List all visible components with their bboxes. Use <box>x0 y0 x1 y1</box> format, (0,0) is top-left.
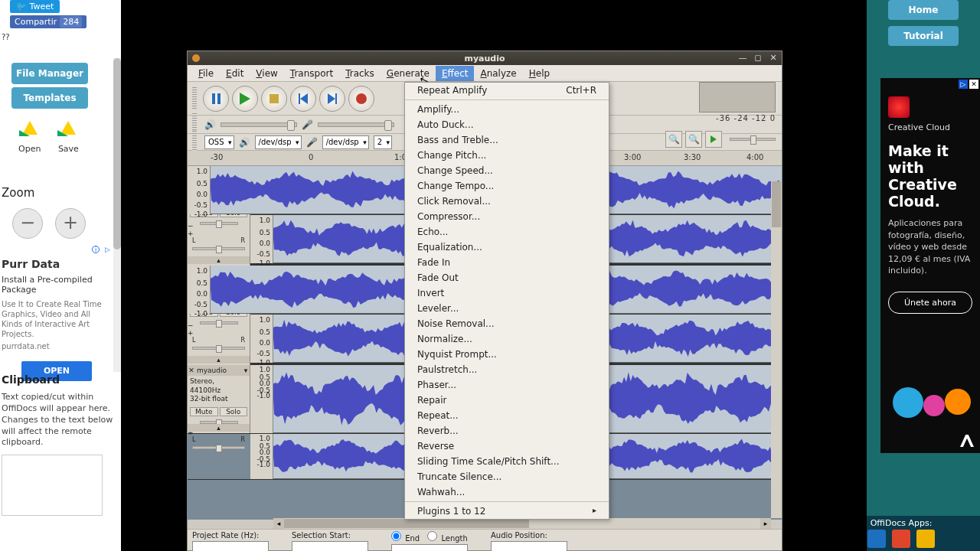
record-button[interactable] <box>348 86 374 112</box>
level-meter[interactable] <box>699 82 776 112</box>
audio-position-field[interactable] <box>491 541 567 551</box>
menu-item-change-speed[interactable]: Change Speed... <box>405 163 609 178</box>
stop-button[interactable] <box>261 86 287 112</box>
mute-button[interactable]: Mute <box>190 407 218 416</box>
vertical-scrollbar[interactable] <box>771 181 782 518</box>
collapse-icon[interactable]: ▴ <box>188 424 250 432</box>
menu-item-change-tempo[interactable]: Change Tempo... <box>405 178 609 194</box>
window-maximize-icon[interactable]: ◻ <box>753 53 763 62</box>
menu-item-nyquist-prompt[interactable]: Nyquist Prompt... <box>405 347 609 362</box>
menu-item-invert[interactable]: Invert <box>405 285 609 301</box>
tweet-button[interactable]: 🐦 Tweet <box>10 0 60 13</box>
menu-item-auto-duck[interactable]: Auto Duck... <box>405 117 609 132</box>
toolbar-grip[interactable] <box>192 87 197 110</box>
open-button[interactable]: Open <box>18 121 41 154</box>
tutorial-button[interactable]: Tutorial <box>888 26 959 46</box>
ad-close-icon[interactable]: ▷ <box>105 246 110 253</box>
app-icon[interactable] <box>916 530 935 548</box>
scrollbar-thumb[interactable] <box>113 58 121 249</box>
menu-help[interactable]: Help <box>523 66 556 81</box>
templates-button[interactable]: Templates <box>11 87 88 109</box>
menu-item-compressor[interactable]: Compressor... <box>405 209 609 224</box>
play-tool-icon[interactable] <box>705 131 722 148</box>
menu-item-normalize[interactable]: Normalize... <box>405 331 609 347</box>
menu-item-phaser[interactable]: Phaser... <box>405 377 609 393</box>
menu-item-paulstretch[interactable]: Paulstretch... <box>405 362 609 377</box>
horizontal-scrollbar[interactable]: ◂ ▸ <box>273 518 771 529</box>
save-button[interactable]: Save <box>57 121 79 154</box>
app-icon[interactable] <box>892 530 910 548</box>
pause-button[interactable] <box>203 86 229 112</box>
ad-close-icon[interactable]: ✕ <box>969 80 978 89</box>
menu-item-wahwah[interactable]: Wahwah... <box>405 484 609 500</box>
menu-item-bass-and-treble[interactable]: Bass and Treble... <box>405 132 609 148</box>
channels-combo[interactable]: 2 <box>374 135 392 149</box>
zoom-in-button[interactable]: + <box>55 208 86 239</box>
menu-item-noise-removal[interactable]: Noise Removal... <box>405 316 609 331</box>
input-device-combo[interactable]: /dev/dsp <box>322 135 369 149</box>
menu-item-reverb[interactable]: Reverb... <box>405 423 609 439</box>
track-name[interactable]: myaudio <box>195 367 242 374</box>
menu-edit[interactable]: Edit <box>220 66 250 81</box>
output-device-combo[interactable]: /dev/dsp <box>255 135 302 149</box>
menu-view[interactable]: View <box>250 66 283 81</box>
menu-item-sliding-time-scale-pitch-shift[interactable]: Sliding Time Scale/Pitch Shift... <box>405 454 609 469</box>
menu-item-fade-in[interactable]: Fade In <box>405 255 609 270</box>
toolbar-grip[interactable] <box>192 131 197 154</box>
menu-item-truncate-silence[interactable]: Truncate Silence... <box>405 469 609 484</box>
scroll-left-icon[interactable]: ◂ <box>273 518 284 529</box>
sidebar-ad[interactable]: i ▷ Purr Data Install a Pre-compiled Pac… <box>0 244 113 384</box>
menu-item-leveler[interactable]: Leveler... <box>405 301 609 316</box>
menu-effect[interactable]: Effect <box>436 66 475 81</box>
creative-cloud-ad[interactable]: ▷ ✕ Creative Cloud Make it with Creative… <box>880 78 980 453</box>
solo-button[interactable]: Solo <box>220 407 248 416</box>
menu-file[interactable]: File <box>192 66 220 81</box>
menu-item-change-pitch[interactable]: Change Pitch... <box>405 148 609 163</box>
window-titlebar[interactable]: myaudio — ◻ ✕ <box>188 51 782 65</box>
end-radio[interactable]: End <box>391 531 420 543</box>
menu-tracks[interactable]: Tracks <box>339 66 381 81</box>
menu-item-repair[interactable]: Repair <box>405 393 609 408</box>
clipboard-textarea[interactable] <box>2 455 103 516</box>
window-close-icon[interactable]: ✕ <box>768 53 779 62</box>
zoom-out-tool-icon[interactable]: 🔍 <box>685 131 702 148</box>
zoom-out-button[interactable]: − <box>12 208 43 239</box>
scrollbar-thumb[interactable] <box>772 181 781 227</box>
selection-end-field[interactable] <box>391 544 468 551</box>
menu-plugins[interactable]: Plugins 1 to 12 <box>405 504 609 519</box>
scroll-right-icon[interactable]: ▸ <box>760 518 771 529</box>
share-button[interactable]: Compartir284 <box>10 15 87 28</box>
scrollbar-thumb[interactable] <box>284 519 529 528</box>
ad-info-icon[interactable]: i <box>92 246 100 253</box>
selection-start-field[interactable] <box>292 541 368 551</box>
skip-end-button[interactable] <box>319 86 345 112</box>
pan-slider[interactable] <box>192 446 245 449</box>
track-menu-icon[interactable]: ▾ <box>242 367 250 374</box>
menu-transport[interactable]: Transport <box>284 66 339 81</box>
play-button[interactable] <box>232 86 258 112</box>
host-combo[interactable]: OSS <box>204 135 234 149</box>
window-minimize-icon[interactable]: — <box>737 53 748 62</box>
menu-repeat-amplify[interactable]: Repeat AmplifyCtrl+R <box>405 83 609 98</box>
length-radio[interactable]: Length <box>427 531 468 543</box>
input-volume-slider[interactable] <box>318 122 394 127</box>
menu-item-repeat[interactable]: Repeat... <box>405 408 609 423</box>
track-close-icon[interactable]: ✕ <box>188 367 195 374</box>
menu-item-echo[interactable]: Echo... <box>405 224 609 240</box>
output-volume-slider[interactable] <box>220 122 297 127</box>
menu-item-equalization[interactable]: Equalization... <box>405 240 609 255</box>
project-rate-field[interactable] <box>192 541 269 551</box>
menu-item-click-removal[interactable]: Click Removal... <box>405 194 609 209</box>
menu-analyze[interactable]: Analyze <box>474 66 522 81</box>
home-button[interactable]: Home <box>888 0 959 20</box>
skip-start-button[interactable] <box>290 86 316 112</box>
playback-speed-slider[interactable] <box>730 138 776 141</box>
menu-item-fade-out[interactable]: Fade Out <box>405 270 609 285</box>
menu-item-amplify[interactable]: Amplify... <box>405 102 609 117</box>
zoom-in-tool-icon[interactable]: 🔍 <box>665 131 682 148</box>
cc-cta-button[interactable]: Únete ahora <box>888 292 972 314</box>
menu-item-reverse[interactable]: Reverse <box>405 439 609 454</box>
sidebar-scrollbar[interactable] <box>113 58 121 372</box>
file-manager-button[interactable]: File Manager <box>11 63 88 84</box>
ad-info-icon[interactable]: ▷ <box>959 80 968 89</box>
